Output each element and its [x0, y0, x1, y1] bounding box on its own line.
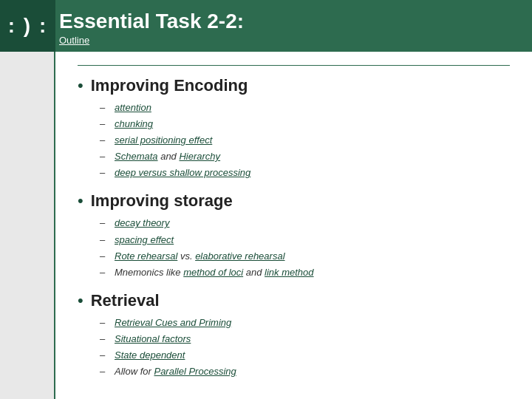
- item-retrieval-cues: Retrieval Cues and Priming: [115, 317, 231, 328]
- page-subtitle: Outline: [59, 35, 244, 46]
- item-elaborative: elaborative rehearsal: [195, 250, 284, 262]
- list-item: Schemata and Hierarchy: [100, 149, 510, 165]
- item-decay: decay theory: [115, 217, 169, 228]
- page-title: Essential Task 2-2:: [59, 10, 244, 33]
- section-storage-title: Improving storage: [91, 191, 233, 211]
- section-retrieval-title: Retrieval: [91, 291, 160, 310]
- list-item: chunking: [100, 116, 510, 132]
- header-bar: : ) : Essential Task 2-2: Outline: [0, 0, 532, 52]
- item-attention: attention: [115, 102, 151, 113]
- section-retrieval: • Retrieval Retrieval Cues and Priming S…: [78, 291, 510, 380]
- item-parallel: Parallel Processing: [154, 366, 236, 377]
- list-item: Allow for Parallel Processing: [100, 364, 510, 380]
- list-item: Retrieval Cues and Priming: [100, 315, 510, 331]
- item-chunking: chunking: [115, 118, 153, 129]
- section-encoding-title: Improving Encoding: [91, 76, 248, 95]
- section-encoding-header: • Improving Encoding: [78, 76, 510, 95]
- smiley-icon: : ) :: [8, 14, 48, 38]
- bullet-retrieval: •: [78, 293, 83, 309]
- retrieval-list: Retrieval Cues and Priming Situational f…: [100, 315, 510, 380]
- list-item: decay theory: [100, 215, 510, 231]
- list-item: serial positioning effect: [100, 132, 510, 149]
- item-link: link method: [265, 267, 313, 278]
- list-item: attention: [100, 100, 510, 116]
- item-serial: serial positioning effect: [115, 134, 212, 146]
- item-spacing: spacing effect: [115, 234, 174, 245]
- divider: [78, 65, 510, 66]
- item-method-loci: method of loci: [183, 267, 243, 278]
- storage-list: decay theory spacing effect Rote rehears…: [100, 215, 510, 280]
- section-storage-header: • Improving storage: [78, 191, 510, 211]
- item-situational: Situational factors: [115, 333, 191, 344]
- list-item: Situational factors: [100, 331, 510, 347]
- header-accent: : ) :: [0, 0, 55, 52]
- content-area: • Improving Encoding attention chunking …: [0, 52, 532, 399]
- list-item: State dependent: [100, 347, 510, 364]
- item-rote: Rote rehearsal: [115, 250, 177, 262]
- bullet-encoding: •: [78, 78, 83, 94]
- item-and2: and: [243, 267, 265, 278]
- header-text-block: Essential Task 2-2: Outline: [59, 7, 244, 46]
- item-deep: deep versus shallow processing: [115, 167, 250, 178]
- list-item: Mnemonics like method of loci and link m…: [100, 265, 510, 281]
- item-hierarchy: Hierarchy: [179, 151, 220, 162]
- item-and: and: [158, 151, 180, 162]
- main-content: • Improving Encoding attention chunking …: [55, 52, 532, 399]
- section-storage: • Improving storage decay theory spacing…: [78, 191, 510, 280]
- item-mnemonics: Mnemonics like: [115, 267, 183, 278]
- item-allow: Allow for: [115, 366, 154, 377]
- bullet-storage: •: [78, 193, 83, 209]
- section-encoding: • Improving Encoding attention chunking …: [78, 76, 510, 181]
- list-item: deep versus shallow processing: [100, 165, 510, 181]
- left-sidebar: [0, 52, 55, 399]
- item-state: State dependent: [115, 349, 185, 361]
- item-schemata: Schemata: [115, 151, 158, 162]
- list-item: spacing effect: [100, 232, 510, 248]
- list-item: Rote rehearsal vs. elaborative rehearsal: [100, 248, 510, 265]
- section-retrieval-header: • Retrieval: [78, 291, 510, 310]
- item-vs: vs.: [177, 250, 195, 262]
- encoding-list: attention chunking serial positioning ef…: [100, 100, 510, 181]
